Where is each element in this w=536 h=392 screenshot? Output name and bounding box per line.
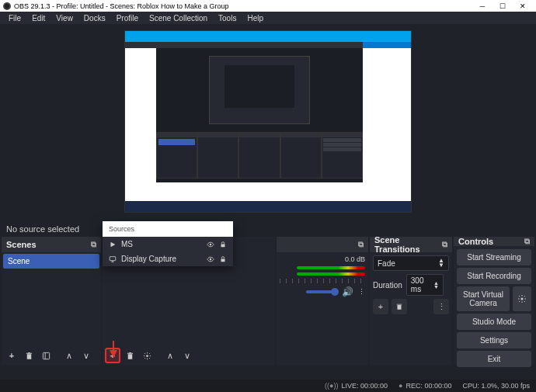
monitor-icon bbox=[109, 255, 117, 263]
svg-rect-0 bbox=[43, 352, 49, 359]
menu-tools[interactable]: Tools bbox=[213, 14, 242, 23]
popout-icon[interactable]: ⧉ bbox=[358, 240, 364, 249]
broadcast-icon: ((●)) bbox=[325, 382, 338, 390]
svg-point-5 bbox=[210, 258, 212, 260]
menu-docks[interactable]: Docks bbox=[78, 14, 111, 23]
scene-filter-button[interactable] bbox=[38, 348, 54, 363]
eye-icon[interactable] bbox=[207, 241, 214, 248]
lock-icon[interactable] bbox=[219, 255, 227, 263]
menu-file[interactable]: File bbox=[3, 14, 26, 23]
scenes-dock: Scenes ⧉ Scene + ∧ ∨ bbox=[2, 237, 101, 365]
preview-area bbox=[0, 24, 536, 218]
menu-view[interactable]: View bbox=[50, 14, 78, 23]
studio-mode-button[interactable]: Studio Mode bbox=[457, 314, 531, 330]
speaker-icon[interactable]: 🔊 bbox=[342, 286, 353, 297]
svg-rect-1 bbox=[44, 352, 45, 359]
chevron-updown-icon: ▲▼ bbox=[438, 258, 444, 268]
transitions-dock: Scene Transitions ⧉ Fade ▲▼ Duration 300… bbox=[370, 237, 452, 365]
mixer-meter bbox=[297, 272, 365, 276]
remove-scene-button[interactable] bbox=[21, 348, 37, 363]
sources-popup-header: Sources bbox=[103, 221, 233, 237]
svg-rect-6 bbox=[221, 258, 225, 262]
popout-icon[interactable]: ⧉ bbox=[442, 240, 447, 249]
scene-down-button[interactable]: ∨ bbox=[78, 348, 94, 363]
titlebar: OBS 29.1.3 - Profile: Untitled - Scenes:… bbox=[0, 0, 536, 12]
no-source-label: No source selected bbox=[0, 218, 536, 237]
start-streaming-button[interactable]: Start Streaming bbox=[457, 249, 531, 265]
record-icon: ● bbox=[399, 382, 402, 390]
controls-title: Controls bbox=[458, 237, 493, 246]
menu-edit[interactable]: Edit bbox=[26, 14, 50, 23]
menu-help[interactable]: Help bbox=[242, 14, 269, 23]
settings-button[interactable]: Settings bbox=[457, 332, 531, 349]
scene-item[interactable]: Scene bbox=[3, 254, 99, 269]
popout-icon[interactable]: ⧉ bbox=[91, 240, 96, 249]
menubar: File Edit View Docks Profile Scene Colle… bbox=[0, 12, 536, 24]
statusbar: ((●)) LIVE: 00:00:00 ● REC: 00:00:00 CPU… bbox=[0, 380, 536, 392]
transition-selected: Fade bbox=[378, 259, 395, 268]
more-icon[interactable]: ⋮ bbox=[358, 288, 365, 296]
scenes-title: Scenes bbox=[6, 240, 37, 249]
remove-source-button[interactable] bbox=[122, 348, 137, 363]
scene-up-button[interactable]: ∧ bbox=[61, 348, 77, 363]
source-label: Display Capture bbox=[121, 255, 202, 263]
transition-props-button[interactable]: ⋮ bbox=[433, 299, 449, 314]
lock-icon[interactable] bbox=[219, 241, 227, 248]
sources-dock: Sources MS Display Capture + ∧ ∨ bbox=[103, 237, 275, 365]
remove-transition-button[interactable] bbox=[392, 299, 407, 314]
cpu-status: CPU: 1.0%, 30.00 fps bbox=[462, 382, 530, 390]
popout-icon[interactable]: ⧉ bbox=[524, 237, 530, 246]
source-row-display[interactable]: Display Capture bbox=[103, 252, 233, 266]
docks-row: Scenes ⧉ Scene + ∧ ∨ Sources MS bbox=[0, 237, 536, 365]
minimize-button[interactable]: ─ bbox=[472, 1, 492, 11]
mixer-meter bbox=[297, 266, 365, 269]
scenes-toolbar: + ∧ ∨ bbox=[2, 346, 101, 365]
transition-select[interactable]: Fade ▲▼ bbox=[373, 255, 449, 271]
source-row-ms[interactable]: MS bbox=[103, 237, 233, 252]
exit-button[interactable]: Exit bbox=[457, 351, 531, 367]
duration-input[interactable]: 300 ms ▲▼ bbox=[406, 274, 444, 296]
eye-icon[interactable] bbox=[207, 255, 214, 263]
source-up-button[interactable]: ∧ bbox=[162, 348, 178, 363]
svg-point-8 bbox=[521, 298, 524, 300]
transitions-title: Scene Transitions bbox=[374, 235, 442, 254]
start-recording-button[interactable]: Start Recording bbox=[457, 268, 531, 284]
chevron-updown-icon: ▲▼ bbox=[433, 281, 439, 289]
menu-scene-collection[interactable]: Scene Collection bbox=[144, 14, 213, 23]
duration-label: Duration bbox=[373, 281, 402, 290]
source-properties-button[interactable] bbox=[139, 348, 155, 363]
svg-rect-4 bbox=[110, 256, 116, 260]
source-label: MS bbox=[121, 240, 202, 248]
start-vcam-button[interactable]: Start Virtual Camera bbox=[457, 286, 510, 311]
controls-dock: Controls ⧉ Start Streaming Start Recordi… bbox=[454, 237, 534, 365]
preview-canvas[interactable] bbox=[124, 30, 412, 213]
obs-logo-icon bbox=[3, 2, 11, 10]
close-button[interactable]: ✕ bbox=[513, 1, 533, 11]
menu-profile[interactable]: Profile bbox=[111, 14, 144, 23]
live-status: LIVE: 00:00:00 bbox=[341, 382, 388, 390]
svg-point-7 bbox=[146, 355, 148, 357]
volume-slider[interactable] bbox=[306, 290, 337, 293]
mixer-ticks bbox=[280, 279, 365, 283]
maximize-button[interactable]: ☐ bbox=[492, 1, 513, 11]
play-icon bbox=[109, 241, 117, 248]
duration-value: 300 ms bbox=[411, 276, 433, 293]
mixer-db-label: 0.0 dB bbox=[280, 255, 365, 263]
window-title: OBS 29.1.3 - Profile: Untitled - Scenes:… bbox=[14, 2, 229, 10]
sources-popup: Sources MS Display Capture bbox=[103, 221, 233, 266]
svg-point-2 bbox=[210, 243, 212, 245]
add-transition-button[interactable]: + bbox=[373, 299, 388, 314]
audio-mixer-dock: ⧉ 0.0 dB 🔊 ⋮ bbox=[277, 237, 368, 365]
annotation-arrow-icon bbox=[107, 341, 120, 359]
vcam-settings-button[interactable] bbox=[513, 286, 531, 311]
source-down-button[interactable]: ∨ bbox=[179, 348, 195, 363]
sources-toolbar: + ∧ ∨ bbox=[103, 346, 275, 365]
add-scene-button[interactable]: + bbox=[4, 348, 19, 363]
rec-status: REC: 00:00:00 bbox=[405, 382, 451, 390]
svg-rect-3 bbox=[221, 244, 225, 247]
